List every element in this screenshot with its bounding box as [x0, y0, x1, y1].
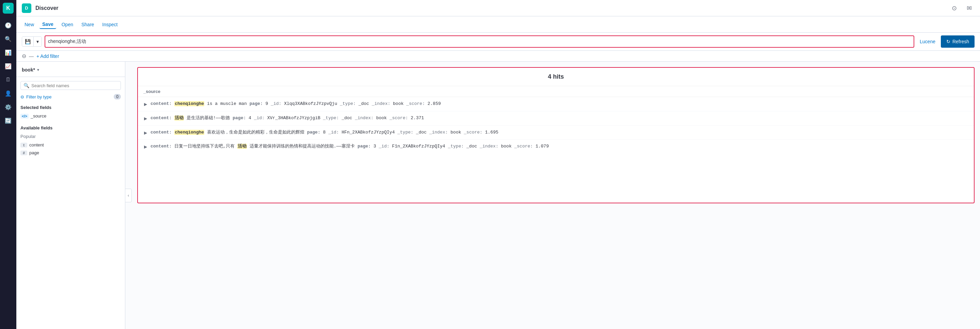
nav-visualize-icon[interactable]: 📊	[2, 46, 14, 59]
nav-save[interactable]: Save	[40, 20, 56, 29]
results-header: 4 hits	[138, 68, 974, 86]
row1-id-label: _id:	[271, 101, 281, 106]
field-search-icon: 🔍	[24, 83, 29, 88]
row2-score-value: 2.371	[410, 116, 424, 121]
field-item-page[interactable]: # page	[16, 149, 125, 157]
row2-id-label: _id:	[254, 116, 264, 121]
index-pattern-selector[interactable]: book* ▾	[16, 66, 125, 77]
content-area: book* ▾ 🔍 ⊖ Filter by type 0 Selected fi…	[16, 62, 980, 329]
filter-bar: ⊖ — + Add filter	[16, 51, 980, 62]
row3-type-value: _doc	[416, 130, 430, 135]
filter-by-type-button[interactable]: ⊖ Filter by type	[21, 94, 51, 99]
row-expand-button-2[interactable]: ▶	[143, 116, 148, 122]
row1-score-label: _score:	[406, 101, 425, 106]
nav-user-icon[interactable]: 👤	[2, 87, 14, 99]
row-expand-button-3[interactable]: ▶	[143, 130, 148, 136]
row1-type-label: _type:	[340, 101, 356, 106]
sidebar: book* ▾ 🔍 ⊖ Filter by type 0 Selected fi…	[16, 62, 125, 329]
field-type-icon-content: t	[21, 143, 27, 148]
app-logo-letter: D	[25, 5, 28, 11]
row4-highlight-term: 活动	[237, 144, 247, 149]
row4-content-prefix: 日复一日地坚持练下去吧,只有	[174, 144, 235, 149]
app-logo: D	[22, 3, 31, 13]
field-item-content[interactable]: t content	[16, 141, 125, 149]
search-input[interactable]	[48, 39, 911, 44]
row4-type-value: _doc	[466, 144, 480, 149]
row1-index-value: book	[393, 101, 406, 106]
table-row: ▶ content: chenqionghe is a muscle man p…	[138, 97, 974, 111]
refresh-label: Refresh	[952, 39, 969, 44]
index-pattern-name: book*	[22, 67, 35, 73]
field-search-input-wrapper: 🔍	[21, 81, 121, 90]
nav-new[interactable]: New	[22, 21, 37, 29]
row4-id-label: _id:	[379, 144, 389, 149]
row4-content-label: content:	[151, 144, 172, 149]
nav-discover-icon[interactable]: 🕐	[2, 19, 14, 31]
filter-icon: ⊖	[22, 53, 26, 59]
nav-calendar-icon[interactable]: 🗓	[2, 73, 14, 86]
add-filter-button[interactable]: + Add filter	[37, 54, 59, 59]
sidebar-collapse-button[interactable]: ‹	[125, 189, 132, 202]
row-expand-button-1[interactable]: ▶	[143, 101, 148, 107]
search-bar: 💾 ▾ Lucene ↻ Refresh	[16, 33, 980, 51]
nav-refresh-icon[interactable]: 🔄	[2, 114, 14, 127]
save-dropdown-button[interactable]: ▾	[34, 37, 41, 46]
nav-share[interactable]: Share	[79, 21, 97, 29]
hits-label: hits	[553, 73, 564, 80]
refresh-button[interactable]: ↻ Refresh	[941, 35, 975, 48]
row4-score-label: _score:	[514, 144, 533, 149]
field-name-content: content	[29, 142, 44, 148]
row-content-3: content: chenqionghe 喜欢运动，生命是如此的精彩，生命是如此…	[151, 129, 969, 136]
field-search-section: 🔍	[16, 81, 125, 93]
table-row: ▶ content: 日复一日地坚持练下去吧,只有 活动 适量才能保持训练的热情…	[138, 140, 974, 154]
toolbar-nav-bar: New Save Open Share Inspect	[16, 16, 980, 33]
row1-type-value: _doc	[359, 101, 372, 106]
user-account-icon[interactable]: ⊙	[949, 3, 959, 14]
app-logo-nav[interactable]: K	[3, 3, 14, 14]
row1-page-value: 9	[266, 101, 271, 106]
row1-content-text: is a muscle man	[207, 101, 250, 106]
popular-fields-title: Popular	[16, 132, 125, 141]
filter-dash: —	[29, 54, 34, 59]
row2-page-label: page:	[232, 116, 246, 121]
selected-field-source[interactable]: </> _source	[16, 112, 125, 120]
row3-page-label: page:	[307, 130, 320, 135]
row3-id-label: _id:	[328, 130, 339, 135]
row2-score-label: _score:	[390, 116, 408, 121]
filter-type-count-badge: 0	[114, 94, 121, 99]
row2-type-label: _type:	[323, 116, 339, 121]
field-type-icon-source: </>	[21, 114, 29, 119]
row1-highlight-term: chenqionghe	[174, 101, 204, 106]
results-container: 4 hits _source ▶ content: chenqionghe is…	[137, 67, 975, 203]
row3-score-value: 1.695	[485, 130, 498, 135]
row2-index-value: book	[376, 116, 390, 121]
nav-search-icon[interactable]: 🔍	[2, 33, 14, 45]
row3-index-label: _index:	[430, 130, 448, 135]
field-name-page: page	[29, 150, 39, 155]
row2-index-label: _index:	[355, 116, 374, 121]
nav-inspect[interactable]: Inspect	[99, 21, 120, 29]
table-row: ▶ content: 活动 是生活的基础!——歌德 page: 4 _id: X…	[138, 111, 974, 126]
field-search-input[interactable]	[31, 83, 118, 88]
nav-settings-icon[interactable]: ⚙️	[2, 101, 14, 113]
row4-page-label: page:	[358, 144, 371, 149]
results-column-header: _source	[138, 86, 974, 97]
save-button-group: 💾 ▾	[22, 37, 42, 47]
row4-index-label: _index:	[480, 144, 498, 149]
nav-dashboard-icon[interactable]: 📈	[2, 60, 14, 72]
row4-page-value: 3	[374, 144, 379, 149]
row3-id-value: HFn_2XABkofzJYzpQIy4	[342, 130, 398, 135]
row3-index-value: book	[450, 130, 464, 135]
mail-icon[interactable]: ✉	[964, 3, 975, 14]
row-expand-button-4[interactable]: ▶	[143, 144, 148, 150]
save-icon-button[interactable]: 💾	[22, 37, 33, 46]
lucene-label[interactable]: Lucene	[917, 39, 938, 44]
selected-fields-title: Selected fields	[16, 103, 125, 112]
nav-open[interactable]: Open	[59, 21, 76, 29]
row3-content-label: content:	[151, 130, 172, 135]
row2-content-label: content:	[151, 116, 172, 121]
table-row: ▶ content: chenqionghe 喜欢运动，生命是如此的精彩，生命是…	[138, 126, 974, 140]
row4-type-label: _type:	[448, 144, 464, 149]
filter-by-type-icon: ⊖	[21, 94, 24, 99]
row-content-1: content: chenqionghe is a muscle man pag…	[151, 100, 969, 108]
